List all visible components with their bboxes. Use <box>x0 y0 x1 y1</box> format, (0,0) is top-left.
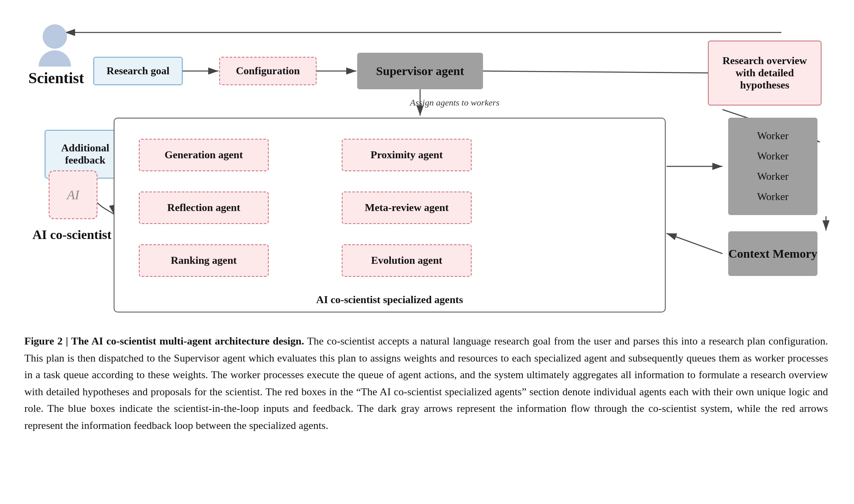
supervisor-agent-box: Supervisor agent <box>357 53 483 89</box>
person-body <box>39 50 71 67</box>
workers-box: Worker Worker Worker Worker <box>728 118 817 215</box>
evolution-agent-box: Evolution agent <box>342 244 472 277</box>
meta-review-agent-box: Meta-review agent <box>342 192 472 224</box>
figure-label: Figure 2 | The AI co-scientist multi-age… <box>24 335 304 347</box>
worker-item-4: Worker <box>757 191 788 203</box>
proximity-agent-box: Proximity agent <box>342 139 472 171</box>
agents-container: Generation agent Proximity agent Reflect… <box>114 118 666 312</box>
svg-line-6 <box>483 71 722 73</box>
caption-body: The co-scientist accepts a natural langu… <box>24 335 828 431</box>
ai-box: AI <box>49 170 97 219</box>
scientist-label: Scientist <box>28 69 84 87</box>
generation-agent-box: Generation agent <box>139 139 269 171</box>
agents-container-label: AI co-scientist specialized agents <box>114 294 665 306</box>
ranking-agent-box: Ranking agent <box>139 244 269 277</box>
reflection-agent-box: Reflection agent <box>139 192 269 224</box>
person-head <box>43 24 67 49</box>
worker-item-3: Worker <box>757 170 788 183</box>
ai-coscientist-label: AI co-scientist <box>32 227 112 242</box>
worker-item-1: Worker <box>757 130 788 142</box>
configuration-box: Configuration <box>219 57 317 85</box>
worker-item-2: Worker <box>757 150 788 162</box>
diagram-area: Scientist Research goal Configuration Su… <box>24 16 830 317</box>
person-icon <box>37 24 73 67</box>
context-memory-box: Context Memory <box>728 231 817 276</box>
svg-line-11 <box>666 233 722 254</box>
research-goal-box: Research goal <box>93 57 183 85</box>
research-overview-box: Research overview with detailed hypothes… <box>708 41 822 106</box>
figure-caption: Figure 2 | The AI co-scientist multi-age… <box>24 333 828 434</box>
assign-agents-label: Assign agents to workers <box>410 97 500 108</box>
